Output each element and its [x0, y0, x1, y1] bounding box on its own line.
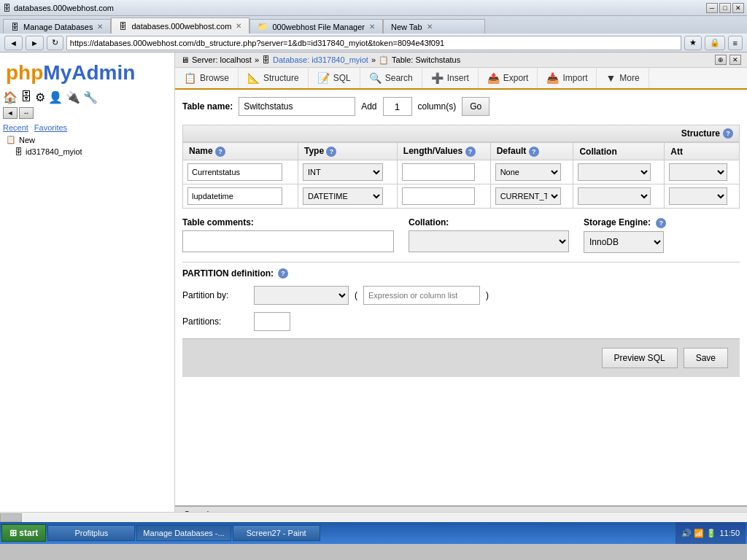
collation-label: Collation: [409, 217, 569, 228]
close-button[interactable]: ✕ [732, 3, 744, 13]
field-length-1[interactable] [402, 163, 475, 181]
name-help-icon[interactable]: ? [215, 147, 225, 157]
breadcrumb-arrow2: » [371, 55, 376, 64]
preview-sql-button[interactable]: Preview SQL [602, 348, 678, 368]
structure-button[interactable]: 📐 Structure [239, 68, 309, 88]
databases-icon[interactable]: 🗄 [20, 90, 32, 104]
tab-label: 000webhost File Manager [272, 23, 365, 31]
console-label[interactable]: Console [184, 510, 213, 512]
nav-bar: ◄ ► ↻ ★ 🔒 ≡ [0, 34, 747, 52]
field-name-1[interactable] [187, 163, 282, 181]
taskbar-item-paint[interactable]: Screen27 - Paint [233, 525, 320, 541]
content-close-button[interactable]: ✕ [729, 55, 741, 65]
tab-label: databases.000webhost.com [131, 22, 231, 31]
bookmark-button[interactable]: ★ [684, 36, 702, 50]
partition-header: PARTITION definition: ? [182, 262, 740, 279]
breadcrumb-database[interactable]: Database: id317840_myiot [273, 55, 368, 64]
settings-icon[interactable]: ⚙ [35, 90, 45, 104]
field-type-2[interactable]: INT VARCHAR TEXT DATETIME [303, 187, 383, 205]
import-button[interactable]: 📥 Import [538, 68, 597, 88]
tab-file-manager[interactable]: 📁 000webhost File Manager ✕ [249, 19, 383, 34]
engine-icon[interactable]: 🔧 [83, 90, 98, 104]
field-length-2[interactable] [402, 187, 475, 205]
home-icon[interactable]: 🏠 [3, 90, 18, 104]
taskbar-paint-label: Screen27 - Paint [247, 529, 306, 537]
structure-help-icon[interactable]: ? [723, 128, 733, 139]
search-icon: 🔍 [369, 72, 382, 84]
collation-select[interactable] [409, 230, 569, 252]
storage-engine-label: Storage Engine: ? [584, 217, 666, 228]
plugin-icon[interactable]: 🔌 [66, 90, 80, 104]
structure-title: Structure [681, 128, 720, 139]
minimize-button[interactable]: ─ [706, 3, 718, 13]
tab-manage-databases[interactable]: 🗄 Manage Databases ✕ [3, 19, 111, 34]
new-label: New [19, 136, 35, 144]
field-collation-1[interactable] [578, 163, 651, 181]
field-attr-1[interactable] [669, 163, 727, 181]
field-collation-2[interactable] [578, 187, 651, 205]
insert-button[interactable]: ➕ Insert [422, 68, 479, 88]
title-bar-text: databases.000webhost.com [14, 4, 114, 12]
type-help-icon[interactable]: ? [326, 147, 336, 157]
content-expand-button[interactable]: ⊕ [715, 55, 727, 65]
taskbar-item-profitplus[interactable]: Profitplus [47, 525, 135, 541]
expand-button[interactable]: ↔ [19, 107, 34, 119]
security-button[interactable]: 🔒 [705, 36, 725, 50]
save-button[interactable]: Save [684, 348, 728, 368]
export-button[interactable]: 📤 Export [479, 68, 538, 88]
search-button[interactable]: 🔍 Search [360, 68, 422, 88]
storage-help-icon[interactable]: ? [656, 218, 666, 228]
tab-databases-000webhost[interactable]: 🗄 databases.000webhost.com ✕ [111, 18, 249, 34]
restore-button[interactable]: □ [719, 3, 731, 13]
tab-close-icon[interactable]: ✕ [369, 23, 375, 31]
forward-button[interactable]: ► [26, 36, 44, 50]
partitions-count-input[interactable] [254, 312, 290, 331]
start-label: start [19, 528, 38, 538]
structure-label: Structure [263, 73, 299, 83]
tab-close-icon[interactable]: ✕ [427, 23, 433, 31]
user-icon[interactable]: 👤 [48, 90, 63, 104]
start-button[interactable]: ⊞ start [1, 524, 46, 542]
refresh-button[interactable]: ↻ [47, 36, 63, 50]
favorites-link[interactable]: Favorites [34, 123, 67, 132]
logo-myadmin: MyAdmin [43, 61, 135, 84]
partition-help-icon[interactable]: ? [278, 268, 288, 279]
sidebar-item-new[interactable]: 📋 New [3, 133, 171, 146]
sql-button[interactable]: 📝 SQL [309, 68, 360, 88]
more-button[interactable]: ▼ More [597, 68, 649, 88]
menu-button[interactable]: ≡ [728, 36, 743, 50]
sidebar-item-db[interactable]: 🗄 id317840_myiot [12, 146, 171, 158]
tab-close-icon[interactable]: ✕ [97, 23, 103, 31]
field-type-1[interactable]: INT VARCHAR TEXT DATETIME [303, 163, 383, 181]
breadcrumb-table: Table: Switchstatus [392, 55, 460, 64]
tab-icon: 📁 [258, 22, 268, 31]
table-comments-input[interactable] [182, 230, 394, 252]
h-scrollbar[interactable] [0, 512, 747, 522]
search-label: Search [385, 73, 413, 83]
field-attr-2[interactable] [669, 187, 727, 205]
storage-engine-select[interactable]: InnoDB MyISAM [584, 231, 664, 253]
table-row: INT VARCHAR TEXT DATETIME None NULL [183, 160, 740, 184]
back-button[interactable]: ◄ [4, 36, 23, 50]
browse-button[interactable]: 📋 Browse [175, 68, 239, 88]
partition-expression-input[interactable] [363, 286, 480, 305]
field-default-2[interactable]: None NULL CURRENT_TIMES [495, 187, 561, 205]
tab-new[interactable]: New Tab ✕ [383, 19, 485, 34]
tab-close-icon[interactable]: ✕ [236, 22, 241, 30]
table-name-input[interactable] [239, 97, 355, 116]
title-bar-icon: 🗄 [3, 4, 11, 12]
taskbar-item-manage-databases[interactable]: Manage Databases -... [136, 525, 231, 541]
field-default-1[interactable]: None NULL CURRENT_TIMESTAMP [495, 163, 561, 181]
add-columns-input[interactable] [383, 97, 412, 116]
table-icon: 📋 [379, 55, 389, 65]
length-help-icon[interactable]: ? [465, 147, 476, 157]
tab-label: Manage Databases [23, 23, 93, 31]
sidebar: phpMyAdmin 🏠 🗄 ⚙ 👤 🔌 🔧 ◄ ↔ Recent Favori… [0, 52, 175, 512]
collapse-button[interactable]: ◄ [3, 107, 18, 119]
default-help-icon[interactable]: ? [529, 147, 539, 157]
partition-by-select[interactable] [254, 286, 349, 305]
recent-link[interactable]: Recent [3, 123, 28, 132]
go-button[interactable]: Go [462, 97, 489, 116]
field-name-2[interactable] [187, 187, 282, 205]
address-bar[interactable] [66, 36, 681, 50]
